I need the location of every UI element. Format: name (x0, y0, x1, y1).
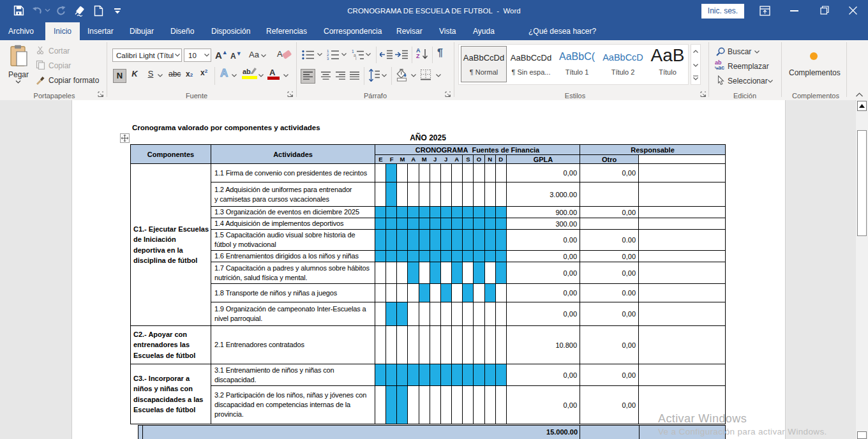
svg-text:3: 3 (327, 57, 329, 61)
svg-text:i: i (355, 56, 356, 60)
